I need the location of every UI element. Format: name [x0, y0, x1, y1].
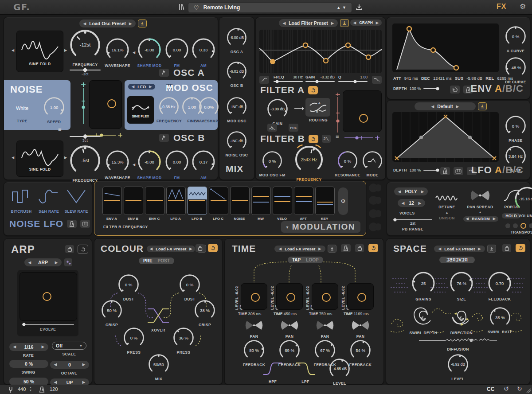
arp-xy-pad[interactable] — [20, 272, 77, 321]
mod-slot-env-b[interactable] — [124, 187, 143, 215]
pan-spread-control[interactable]: PAN SPREAD ▲ ◀RANDOM▶ — [463, 189, 497, 222]
env-depth-slider[interactable]: DEPTH 100 % — [393, 86, 438, 91]
env-att-value[interactable]: 941 ms — [404, 76, 418, 81]
filter-xy-vertical-slider[interactable] — [335, 92, 341, 136]
filter-xy-pad[interactable] — [343, 90, 382, 132]
save-preset-icon[interactable] — [356, 4, 363, 11]
mod-slot-env-c[interactable] — [145, 187, 164, 215]
tap4-pan[interactable]: PAN — [349, 320, 372, 339]
colour-crisp-b-knob[interactable]: 38 % CRISP — [192, 299, 218, 327]
time-preset-selector[interactable]: ◀Load FX Preset▶ — [274, 246, 325, 252]
osc-b-fine-slider[interactable]: 3ct — [70, 136, 101, 143]
mod-slot-lfo-a[interactable] — [166, 187, 186, 215]
favorite-heart-icon[interactable]: ♡ — [194, 4, 199, 11]
filter-routing-button[interactable]: AB ROUTING — [305, 98, 331, 122]
mod-osc-mode-selector[interactable]: ◀LFO▶ — [128, 84, 155, 90]
space-reverse-button[interactable]: REVERSE — [439, 257, 475, 263]
fx-page-button[interactable]: FX — [497, 3, 506, 11]
midi-cc-button[interactable]: CC — [487, 386, 494, 392]
noise-lfo-keytrack-icon[interactable] — [80, 220, 90, 228]
lfo-preset-save-icon[interactable] — [478, 102, 487, 110]
time-lock-icon[interactable] — [355, 244, 364, 252]
osc-a-am-knob[interactable]: 0.33 AM — [190, 37, 217, 68]
voice-count-stepper[interactable]: ◀12▶ — [398, 199, 425, 207]
space-swirl-depth-control[interactable]: SWIRL DEPTH — [407, 306, 439, 335]
time-tap-loop-toggle[interactable]: TAP LOOP — [288, 257, 323, 263]
space-diffusion-control[interactable]: DIFFUSION — [418, 337, 498, 351]
tap4-xy-pad[interactable] — [347, 283, 374, 310]
mod-slot-env-a[interactable] — [102, 187, 122, 215]
time-sync-metronome-icon[interactable] — [341, 244, 351, 252]
modulation-title-bar[interactable]: ▾ MODULATION — [281, 221, 360, 233]
tap2-time[interactable]: TIME 450 ms — [274, 312, 297, 316]
arp-octave-stepper[interactable]: ◀0▶ — [50, 361, 89, 369]
colour-xover-control[interactable]: XOVER — [147, 306, 170, 332]
undo-icon[interactable]: ↺ — [504, 385, 509, 392]
colour-press-b-knob[interactable]: 36 % PRESS — [171, 327, 196, 355]
filter-xy-menu-icon[interactable]: ≡ — [336, 133, 339, 140]
detune-control[interactable]: DETUNE ▲ UNISON — [433, 192, 461, 220]
arp-lock-icon[interactable] — [65, 245, 74, 253]
tap1-time[interactable]: TIME 308 ms — [238, 312, 261, 316]
arp-preset-selector[interactable]: ◀ARP▶ — [24, 258, 62, 266]
tap1-pan[interactable]: PAN — [243, 320, 266, 339]
env-dec-value[interactable]: 12421 ms — [433, 76, 452, 81]
colour-lock-icon[interactable] — [196, 244, 204, 252]
mix-osc-b-knob[interactable]: -6.01 dB OSC B — [224, 61, 249, 88]
tap2-pan[interactable]: PAN — [278, 320, 301, 339]
osc-b-waveshape-knob[interactable]: 15.3% WAVESHAPE — [103, 149, 132, 180]
redo-icon[interactable]: ↻ — [517, 385, 522, 392]
tap3-time[interactable]: TIME 759 ms — [309, 312, 332, 316]
tempo-value[interactable]: 120 — [50, 386, 58, 392]
mod-slot-key[interactable] — [315, 187, 335, 215]
time-lpf-control[interactable]: LPF — [292, 361, 319, 384]
bitcrush-control[interactable]: BITCRUSH — [8, 187, 34, 214]
osc-a-fm-knob[interactable]: 0.00 FM — [164, 37, 190, 68]
colour-mix-knob[interactable]: 50/50 MIX — [146, 353, 172, 381]
osc-a-waveshape-knob[interactable]: 16.1% WAVESHAPE — [103, 37, 132, 68]
lfo-sync-metronome-icon[interactable] — [440, 167, 450, 175]
env-sus-value[interactable]: -5.88 dB — [466, 76, 482, 81]
space-swirl-rate-knob[interactable]: 35 % SWIRL RATE — [486, 306, 514, 334]
env-a-curve-knob[interactable]: 0 % A CURVE — [503, 25, 528, 53]
filter-b-frequency-knob[interactable]: 2543 Hz FREQUENCY — [288, 143, 330, 182]
lfo-phase-knob[interactable]: 0 % PHASE — [503, 115, 528, 143]
time-power-button[interactable] — [368, 244, 378, 252]
mod-osc-frequency-knob[interactable]: 0.38 Hz FREQUENCY — [156, 96, 181, 123]
noise-menu-icon[interactable]: ≡ — [58, 126, 62, 133]
osc-a-fine-slider[interactable]: -3ct — [70, 70, 101, 76]
mod-slot-velo[interactable] — [273, 187, 292, 215]
colour-press-a-knob[interactable]: 0 % PRESS — [121, 327, 147, 355]
osc-b-waveform-display[interactable]: SINE FOLD — [16, 140, 63, 177]
mod-slot-mw[interactable] — [251, 187, 271, 215]
osc-b-wave-prev-icon[interactable]: ◀ — [12, 156, 14, 160]
filter-view-selector[interactable]: ◀GRAPH▶ — [350, 20, 382, 26]
space-level-knob[interactable]: -6.92 dB LEVEL — [444, 353, 472, 381]
mod-osc-waveform-display[interactable]: SINE FLEX — [127, 96, 154, 124]
lfo-tabs-bc[interactable]: /B/C — [502, 164, 524, 176]
colour-pre-option[interactable]: PRE — [143, 258, 153, 263]
lfo-keytrack-icon[interactable] — [454, 167, 463, 175]
time-preset-save-icon[interactable] — [328, 245, 336, 253]
arp-evolve-slider[interactable]: EVOLVE — [22, 324, 74, 332]
space-grains-knob[interactable]: 25 GRAINS — [409, 271, 438, 301]
time-tap-option[interactable]: TAP — [292, 257, 301, 262]
mod-slot-lfo-c[interactable] — [209, 187, 228, 215]
band-q-slider[interactable]: Q 1.00 — [338, 75, 368, 82]
colour-power-button[interactable] — [208, 244, 218, 252]
sh-rate-control[interactable]: S&H RATE — [36, 187, 62, 214]
voice-mode-selector[interactable]: ◀POLY▶ — [394, 187, 428, 195]
mod-slot-noise[interactable] — [230, 187, 250, 215]
osc-a-waveform-display[interactable]: SINE FOLD — [16, 31, 63, 72]
lfo-depth-slider[interactable]: DEPTH 100 % — [393, 168, 438, 172]
space-lock-icon[interactable] — [502, 244, 511, 252]
mod-slot-aft[interactable] — [294, 187, 313, 215]
filter-xy-horizontal-slider[interactable] — [344, 134, 382, 140]
lfo-graph[interactable] — [392, 112, 499, 162]
noise-type-selector[interactable]: White TYPE — [8, 99, 37, 123]
modulation-settings-gear-icon[interactable]: ⚙ — [338, 187, 348, 215]
osc-xy-vertical-slider[interactable] — [80, 82, 86, 128]
colour-dust-b-knob[interactable]: 0 % DUST — [177, 273, 203, 301]
osc-b-shapemod-knob[interactable]: -0.00 SHAPE MOD — [135, 149, 164, 180]
library-icon[interactable] — [176, 3, 185, 12]
